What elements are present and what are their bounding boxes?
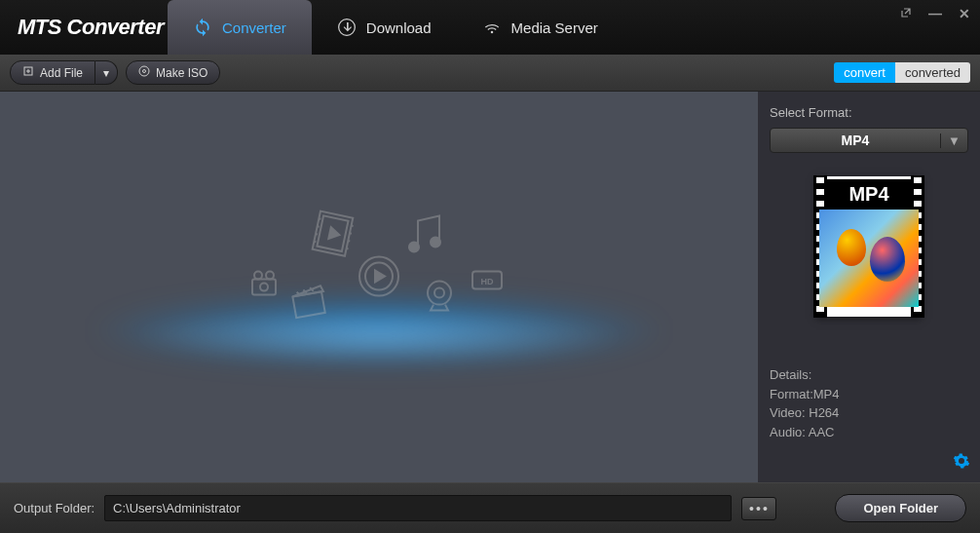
toggle-convert[interactable]: convert bbox=[834, 62, 895, 83]
add-file-label: Add File bbox=[40, 66, 83, 80]
webcam-icon bbox=[428, 281, 451, 310]
details-audio: Audio: AAC bbox=[770, 423, 968, 442]
titlebar: MTS Converter Converter Download Media S… bbox=[0, 0, 980, 55]
svg-point-7 bbox=[266, 271, 274, 279]
svg-point-6 bbox=[254, 271, 262, 279]
format-preview: MP4 bbox=[816, 176, 922, 317]
drop-icons-group: HD bbox=[223, 203, 535, 343]
output-folder-input[interactable] bbox=[104, 495, 732, 521]
output-folder-label: Output Folder: bbox=[14, 501, 94, 515]
details-video: Video: H264 bbox=[770, 403, 968, 423]
format-select[interactable]: MP4 ▼ bbox=[770, 128, 968, 153]
add-file-split: Add File ▾ bbox=[10, 60, 118, 85]
clapper-icon bbox=[291, 286, 326, 318]
svg-point-1 bbox=[490, 31, 493, 34]
make-iso-label: Make ISO bbox=[156, 66, 207, 80]
format-select-value: MP4 bbox=[771, 133, 940, 148]
svg-point-16 bbox=[428, 281, 451, 304]
footer: Output Folder: ••• Open Folder bbox=[0, 482, 980, 533]
toolbar: Add File ▾ Make ISO convert converted bbox=[0, 55, 980, 92]
details-format: Format:MP4 bbox=[770, 385, 968, 404]
sidebar: Select Format: MP4 ▼ MP4 Details: Format… bbox=[758, 92, 980, 482]
camcorder-icon bbox=[252, 271, 276, 294]
svg-point-8 bbox=[260, 283, 268, 290]
svg-point-17 bbox=[434, 287, 444, 297]
make-iso-button[interactable]: Make ISO bbox=[126, 60, 220, 85]
add-file-icon bbox=[22, 65, 34, 80]
format-details: Details: Format:MP4 Video: H264 Audio: A… bbox=[770, 365, 968, 441]
wifi-icon bbox=[482, 18, 502, 37]
tab-converter-label: Converter bbox=[222, 19, 286, 36]
browse-button[interactable]: ••• bbox=[741, 497, 776, 520]
toggle-converted[interactable]: converted bbox=[895, 62, 970, 83]
format-preview-image bbox=[819, 209, 919, 307]
minimize-icon[interactable]: — bbox=[927, 6, 943, 21]
svg-point-4 bbox=[143, 70, 146, 73]
disc-icon bbox=[138, 65, 150, 80]
settings-gear-icon[interactable] bbox=[953, 452, 970, 475]
details-label: Details: bbox=[770, 365, 968, 385]
tab-media-server-label: Media Server bbox=[511, 19, 598, 36]
hd-icon: HD bbox=[472, 271, 502, 288]
tab-media-server[interactable]: Media Server bbox=[457, 0, 623, 55]
drop-area[interactable]: HD bbox=[0, 92, 758, 482]
convert-toggle: convert converted bbox=[834, 62, 970, 83]
tab-download-label: Download bbox=[366, 19, 432, 36]
play-circle-icon bbox=[359, 256, 398, 295]
svg-point-3 bbox=[139, 66, 149, 76]
add-file-button[interactable]: Add File bbox=[10, 60, 95, 85]
format-preview-label: MP4 bbox=[819, 179, 919, 209]
chevron-down-icon: ▼ bbox=[940, 133, 967, 148]
download-icon bbox=[337, 18, 357, 37]
music-icon bbox=[409, 215, 440, 251]
svg-rect-5 bbox=[252, 279, 276, 294]
main-area: HD Select Format: MP4 ▼ MP4 Details: For… bbox=[0, 92, 980, 482]
svg-text:HD: HD bbox=[481, 276, 494, 286]
add-file-dropdown[interactable]: ▾ bbox=[95, 60, 118, 85]
close-icon[interactable]: ✕ bbox=[957, 6, 972, 21]
svg-point-15 bbox=[431, 237, 440, 247]
main-tabs: Converter Download Media Server bbox=[168, 0, 623, 55]
tab-converter[interactable]: Converter bbox=[168, 0, 312, 55]
window-controls: — ✕ bbox=[898, 6, 972, 21]
tab-download[interactable]: Download bbox=[312, 0, 457, 55]
open-folder-button[interactable]: Open Folder bbox=[835, 494, 966, 522]
refresh-icon bbox=[193, 18, 212, 37]
popout-icon[interactable] bbox=[898, 6, 914, 21]
svg-point-14 bbox=[409, 242, 419, 251]
select-format-label: Select Format: bbox=[770, 105, 968, 120]
app-title: MTS Converter bbox=[0, 15, 164, 40]
film-icon bbox=[313, 210, 356, 256]
